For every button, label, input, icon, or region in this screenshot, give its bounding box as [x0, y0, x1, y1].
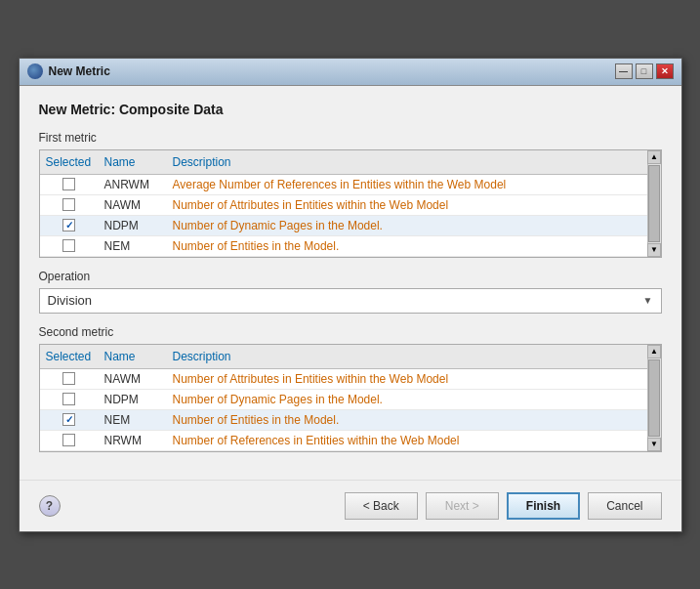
operation-label: Operation — [39, 270, 662, 283]
scroll-down-btn-2[interactable]: ▼ — [647, 438, 661, 451]
finish-button[interactable]: Finish — [507, 492, 580, 520]
close-button[interactable]: ✕ — [656, 63, 674, 79]
scroll-down-btn[interactable]: ▼ — [647, 243, 661, 257]
first-metric-name-2: NDPM — [99, 217, 167, 234]
second-metric-desc-3: Number of References in Entities within … — [167, 432, 647, 449]
title-bar: New Metric — □ ✕ — [20, 59, 681, 86]
second-metric-checkbox-1[interactable] — [40, 391, 99, 407]
second-metric-checkbox-3[interactable] — [40, 432, 99, 448]
second-metric-header: Selected Name Description — [40, 345, 647, 369]
scroll-thumb[interactable] — [648, 165, 660, 242]
table-row: NEM Number of Entities in the Model. — [40, 236, 647, 257]
operation-dropdown[interactable]: Division ▼ — [39, 288, 662, 314]
scroll-up-btn-2[interactable]: ▲ — [647, 345, 661, 358]
first-metric-checkbox-1[interactable] — [40, 196, 99, 213]
scroll-thumb-2[interactable] — [648, 359, 660, 437]
first-metric-col-name: Name — [99, 153, 167, 171]
next-button[interactable]: Next > — [426, 492, 499, 520]
table-row: NEM Number of Entities in the Model. — [40, 410, 647, 431]
second-metric-checkbox-2[interactable] — [40, 411, 99, 428]
table-row: NDPM Number of Dynamic Pages in the Mode… — [40, 390, 647, 410]
second-metric-name-1: NDPM — [99, 391, 167, 408]
first-metric-checkbox-3[interactable] — [40, 237, 99, 254]
first-metric-name-0: ANRWM — [99, 176, 167, 193]
scroll-up-btn[interactable]: ▲ — [647, 150, 661, 164]
cancel-button[interactable]: Cancel — [588, 492, 661, 520]
window-icon — [27, 63, 43, 79]
back-button[interactable]: < Back — [345, 492, 418, 520]
second-metric-col-selected: Selected — [40, 348, 99, 365]
second-metric-name-2: NEM — [99, 411, 167, 429]
second-metric-name-3: NRWM — [99, 432, 167, 449]
table-row: NDPM Number of Dynamic Pages in the Mode… — [40, 216, 647, 236]
first-metric-header: Selected Name Description — [40, 150, 647, 175]
second-metric-scrollbar[interactable]: ▲ ▼ — [647, 345, 661, 451]
table-row: NAWM Number of Attributes in Entities wi… — [40, 195, 647, 216]
dialog-footer: ? < Back Next > Finish Cancel — [20, 480, 681, 531]
operation-value: Division — [48, 293, 93, 308]
second-metric-name-0: NAWM — [99, 370, 167, 388]
dropdown-arrow-icon: ▼ — [643, 295, 653, 306]
first-metric-label: First metric — [39, 131, 662, 145]
first-metric-desc-2: Number of Dynamic Pages in the Model. — [167, 217, 647, 234]
second-metric-table: Selected Name Description NAWM Number of… — [39, 344, 662, 452]
table-row: NRWM Number of References in Entities wi… — [40, 431, 647, 451]
first-metric-name-1: NAWM — [99, 196, 167, 214]
dialog-content: New Metric: Composite Data First metric … — [20, 86, 681, 480]
second-metric-label: Second metric — [39, 325, 662, 339]
help-button[interactable]: ? — [39, 495, 61, 517]
second-metric-desc-2: Number of Entities in the Model. — [167, 411, 647, 429]
second-metric-desc-0: Number of Attributes in Entities within … — [167, 370, 647, 388]
operation-section: Operation Division ▼ — [39, 270, 662, 314]
second-metric-col-description: Description — [167, 348, 647, 365]
page-title: New Metric: Composite Data — [39, 102, 662, 117]
window-title: New Metric — [49, 64, 110, 78]
first-metric-desc-1: Number of Attributes in Entities within … — [167, 196, 647, 214]
first-metric-scrollbar[interactable]: ▲ ▼ — [647, 150, 661, 257]
first-metric-name-3: NEM — [99, 237, 167, 255]
first-metric-checkbox-2[interactable] — [40, 217, 99, 233]
maximize-button[interactable]: □ — [636, 63, 653, 79]
table-row: NAWM Number of Attributes in Entities wi… — [40, 369, 647, 390]
main-window: New Metric — □ ✕ New Metric: Composite D… — [19, 58, 682, 532]
second-metric-checkbox-0[interactable] — [40, 370, 99, 387]
table-row: ANRWM Average Number of References in En… — [40, 175, 647, 195]
first-metric-checkbox-0[interactable] — [40, 176, 99, 192]
first-metric-desc-3: Number of Entities in the Model. — [167, 237, 647, 255]
minimize-button[interactable]: — — [615, 63, 633, 79]
first-metric-table: Selected Name Description ANRWM Average … — [39, 149, 662, 258]
second-metric-col-name: Name — [99, 348, 167, 365]
first-metric-col-description: Description — [167, 153, 647, 171]
first-metric-col-selected: Selected — [40, 153, 99, 171]
second-metric-desc-1: Number of Dynamic Pages in the Model. — [167, 391, 647, 408]
first-metric-desc-0: Average Number of References in Entities… — [167, 176, 647, 193]
